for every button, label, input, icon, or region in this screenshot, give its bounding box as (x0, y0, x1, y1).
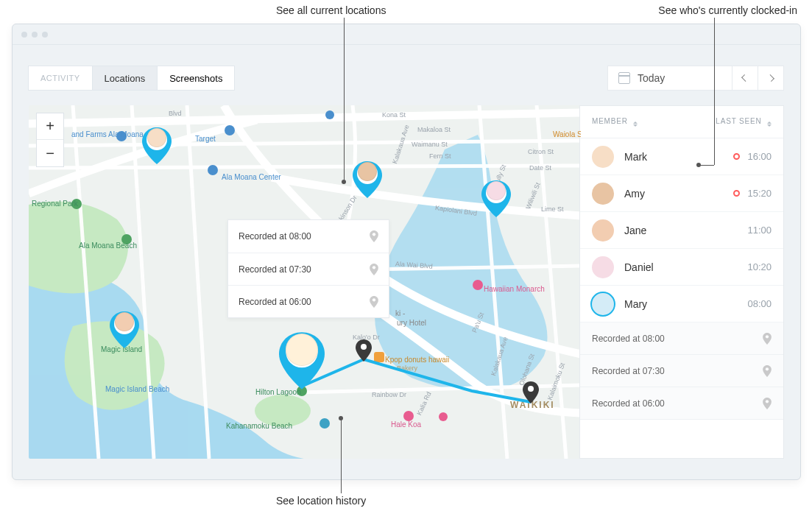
app-window: ACTIVITY Locations Screenshots Today (12, 24, 801, 480)
history-time: Recorded at 06:00 (239, 297, 311, 307)
history-pin-icon[interactable] (523, 381, 539, 403)
member-pin-active[interactable] (279, 332, 325, 390)
history-time: Recorded at 06:00 (592, 398, 665, 409)
member-pin[interactable] (481, 180, 511, 217)
last-seen-time: 15:20 (747, 188, 772, 199)
history-time: Recorded at 07:30 (592, 366, 665, 376)
avatar (592, 293, 614, 315)
pin-icon (763, 365, 772, 377)
pin-icon (370, 296, 378, 308)
tab-screenshots[interactable]: Screenshots (157, 66, 235, 91)
history-time: Recorded at 07:30 (239, 264, 311, 275)
view-tabs: ACTIVITY Locations Screenshots (29, 66, 235, 91)
location-history-popup: Recorded at 08:00 Recorded at 07:30 Reco… (227, 219, 389, 318)
history-row[interactable]: Recorded at 07:30 (228, 253, 389, 285)
avatar (592, 256, 614, 278)
pin-icon (370, 230, 378, 242)
pin-icon (763, 398, 772, 409)
clocked-in-icon (733, 153, 740, 160)
member-pin[interactable] (142, 127, 172, 164)
map[interactable]: + − and Farms Ala Moana Target Ala Moana… (29, 105, 581, 459)
svg-point-23 (373, 298, 375, 301)
avatar (592, 146, 614, 168)
sidebar-header: MEMBER LAST SEEN (580, 106, 783, 138)
history-row[interactable]: Recorded at 08:00 (228, 220, 389, 253)
svg-point-25 (766, 367, 769, 370)
history-time: Recorded at 08:00 (239, 231, 311, 242)
zoom-in-button[interactable]: + (37, 113, 63, 140)
history-pin-icon[interactable] (356, 339, 372, 362)
history-row[interactable]: Recorded at 08:00 (580, 323, 783, 355)
annotation-locations: See all current locations (276, 4, 386, 16)
svg-point-24 (766, 335, 769, 338)
history-row[interactable]: Recorded at 07:30 (580, 355, 783, 387)
member-row[interactable]: Daniel10:20 (580, 249, 783, 286)
annotation-clocked: See who's currently clocked-in (658, 4, 797, 16)
lastseen-col-header[interactable]: LAST SEEN (716, 117, 772, 127)
member-row[interactable]: Amy15:20 (580, 175, 783, 212)
window-chrome (13, 24, 800, 45)
zoom-control: + − (36, 113, 64, 167)
pin-icon (370, 264, 378, 275)
avatar (592, 183, 614, 205)
last-seen-time: 16:00 (747, 151, 772, 162)
member-name: Amy (624, 188, 733, 200)
member-row[interactable]: Mark16:00 (580, 138, 783, 175)
member-pin[interactable] (353, 161, 382, 198)
date-next-button[interactable] (758, 66, 784, 91)
sort-icon (767, 121, 772, 127)
pin-icon (763, 333, 772, 345)
tab-locations[interactable]: Locations (92, 66, 158, 91)
member-col-header[interactable]: MEMBER (592, 117, 638, 127)
svg-point-26 (766, 400, 769, 403)
chevron-right-icon (767, 74, 774, 82)
sort-icon (633, 121, 638, 127)
annotation-history: See location history (276, 495, 366, 507)
last-seen-time: 11:00 (747, 225, 772, 236)
member-row[interactable]: Mary08:00 (580, 286, 783, 323)
history-row[interactable]: Recorded at 06:00 (228, 285, 389, 317)
zoom-out-button[interactable]: − (37, 140, 63, 166)
svg-point-8 (528, 386, 534, 392)
member-pin[interactable] (110, 311, 139, 348)
last-seen-time: 10:20 (747, 261, 772, 272)
avatar (592, 219, 614, 242)
history-time: Recorded at 08:00 (592, 334, 665, 344)
svg-point-7 (361, 344, 367, 350)
chevron-left-icon (741, 74, 749, 82)
svg-point-22 (373, 266, 375, 269)
member-name: Mark (624, 151, 733, 163)
tab-activity[interactable]: ACTIVITY (28, 66, 93, 91)
member-sidebar: MEMBER LAST SEEN Mark16:00Amy15:20Jane11… (579, 105, 784, 459)
date-prev-button[interactable] (732, 66, 758, 91)
member-name: Jane (624, 225, 747, 236)
clocked-in-icon (733, 190, 740, 197)
date-label: Today (638, 72, 665, 84)
svg-point-21 (373, 233, 375, 236)
member-name: Mary (624, 298, 747, 310)
member-row[interactable]: Jane11:00 (580, 212, 783, 249)
last-seen-time: 08:00 (747, 298, 772, 309)
calendar-icon (618, 72, 630, 84)
member-name: Daniel (624, 261, 747, 273)
history-row[interactable]: Recorded at 06:00 (580, 387, 783, 420)
date-picker: Today (607, 66, 784, 91)
